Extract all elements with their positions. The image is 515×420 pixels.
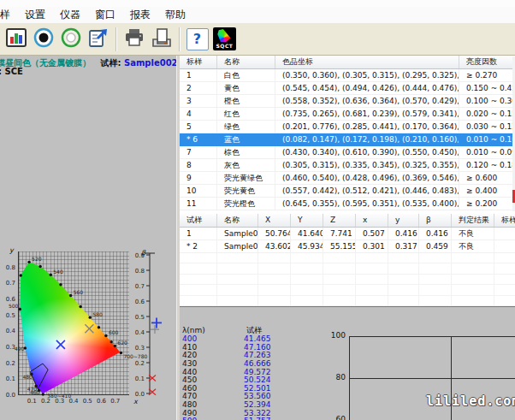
samples-col-header[interactable]: y bbox=[388, 214, 419, 227]
chart-view-button[interactable] bbox=[3, 26, 29, 53]
samples-col-header[interactable]: Y bbox=[291, 214, 323, 227]
help-button[interactable]: ? bbox=[184, 26, 210, 53]
standards-cell: 棕色 bbox=[217, 146, 275, 159]
cie-y-tick: 0.8 bbox=[0, 264, 15, 271]
locus-dot bbox=[104, 334, 107, 337]
beta-tick-label: 0.4 bbox=[135, 329, 145, 336]
menu-item-1[interactable]: 设置 bbox=[19, 7, 51, 23]
samples-col-header[interactable]: β bbox=[419, 214, 452, 227]
cie-y-tick: 0.4 bbox=[0, 328, 15, 334]
standards-row[interactable]: 2黄色(0.545, 0.454), (0.494, 0.426), (0.44… bbox=[180, 82, 515, 95]
reflectance-value: 52.394 bbox=[244, 400, 271, 409]
samples-empty-cell bbox=[452, 275, 494, 285]
sample-label: 试样: bbox=[100, 58, 121, 68]
samples-empty-row bbox=[180, 253, 515, 263]
samples-empty-cell bbox=[291, 296, 323, 306]
samples-empty-cell bbox=[388, 285, 419, 295]
samples-empty-cell bbox=[258, 285, 291, 295]
standards-cell: 0.150 ~ 0.450 bbox=[459, 82, 515, 95]
beta-tick-label: 0.2 bbox=[135, 360, 145, 367]
menu-item-4[interactable]: 报表 bbox=[124, 7, 157, 23]
samples-col-header[interactable]: Z bbox=[323, 214, 356, 227]
cie-x-tick: 0.6 bbox=[95, 398, 109, 405]
locus-dot bbox=[38, 265, 41, 268]
measurement-mode: : SCE bbox=[0, 67, 23, 76]
standards-cell: ≥ 0.200 bbox=[459, 198, 515, 210]
samples-col-header[interactable]: 名称 bbox=[217, 214, 258, 227]
locus-wavelength-label: 500 bbox=[9, 303, 19, 309]
standards-row[interactable]: 5绿色(0.201, 0.776), (0.285, 0.441), (0.17… bbox=[180, 121, 515, 133]
samples-empty-row bbox=[180, 285, 515, 295]
measure-sample-button[interactable] bbox=[57, 26, 84, 53]
standards-row[interactable]: * 6蓝色(0.082, 0.147), (0.172, 0.198), (0.… bbox=[180, 133, 515, 146]
cie-y-tick: 0.7 bbox=[0, 280, 15, 287]
reflectance-value: 46.666 bbox=[244, 359, 271, 368]
standards-cell: 橙色 bbox=[217, 95, 275, 108]
samples-col-header[interactable]: X bbox=[258, 214, 291, 227]
samples-col-header[interactable]: 试样 bbox=[180, 214, 217, 227]
standards-col-header[interactable]: 亮度因数 bbox=[459, 56, 515, 68]
samples-empty-cell bbox=[452, 263, 494, 274]
samples-col-header[interactable]: x bbox=[356, 214, 388, 227]
standards-cell: 0.010 ~ 0.090 bbox=[459, 146, 515, 159]
cie-x-tick: 0.5 bbox=[80, 398, 94, 405]
menu-item-2[interactable]: 仪器 bbox=[54, 7, 86, 23]
standards-row[interactable]: 1白色(0.350, 0.360), (0.305, 0.315), (0.29… bbox=[180, 69, 515, 82]
standards-row[interactable]: 3橙色(0.558, 0.352), (0.636, 0.364), (0.57… bbox=[180, 95, 515, 108]
standards-cell: ≥ 0.270 bbox=[459, 69, 515, 82]
standards-cell: 荧光黄色 bbox=[217, 185, 275, 198]
standards-col-header[interactable]: 标样 bbox=[180, 56, 217, 68]
samples-cell: 0.301 bbox=[356, 240, 388, 253]
measure-standard-button[interactable] bbox=[30, 26, 56, 53]
samples-empty-cell bbox=[217, 285, 258, 295]
samples-empty-cell bbox=[388, 253, 419, 263]
samples-empty-cell bbox=[419, 253, 452, 263]
standards-cell: (0.645, 0.355), (0.595, 0.351), (0.535, … bbox=[275, 198, 459, 210]
standards-row[interactable]: 11荧光橙色(0.645, 0.355), (0.595, 0.351), (0… bbox=[180, 198, 515, 210]
target-dot-icon bbox=[33, 27, 55, 52]
standards-cell: (0.460, 0.540), (0.428, 0.496), (0.369, … bbox=[275, 172, 459, 185]
sample-x-marker bbox=[85, 324, 93, 333]
sqct-button[interactable]: SQCT bbox=[211, 26, 238, 53]
locus-wavelength-label: 580 bbox=[92, 311, 103, 317]
standards-row[interactable]: 8灰色(0.305, 0.315), (0.335, 0.345), (0.32… bbox=[180, 159, 515, 172]
standards-table-header: 标样名称色品坐标亮度因数 bbox=[180, 56, 515, 69]
standards-row[interactable]: 9荧光黄绿色(0.460, 0.540), (0.428, 0.496), (0… bbox=[180, 172, 515, 185]
standards-cell: ≥ 0.400 bbox=[459, 185, 515, 198]
standards-cell: (0.735, 0.265), (0.681, 0.239), (0.579, … bbox=[275, 108, 459, 121]
standards-cell: 4 bbox=[180, 108, 217, 121]
samples-cell: 45.934 bbox=[291, 240, 323, 253]
standards-col-header[interactable]: 名称 bbox=[217, 56, 275, 68]
print-button[interactable] bbox=[121, 26, 147, 53]
samples-empty-cell bbox=[388, 263, 419, 274]
samples-empty-cell bbox=[452, 296, 494, 306]
samples-cell: 0.507 bbox=[356, 228, 388, 240]
cie-y-tick: 0.6 bbox=[0, 296, 15, 303]
standards-row[interactable]: 4红色(0.735, 0.265), (0.681, 0.239), (0.57… bbox=[180, 108, 515, 121]
main-area: 膜昼间色（无金属镀膜） 试样: Sample002 : SCE y x 380~… bbox=[0, 56, 515, 420]
chart-ytick-100: 100 bbox=[327, 331, 346, 340]
samples-col-header[interactable]: 判定结果 bbox=[452, 214, 494, 227]
samples-row[interactable]: 1Sample00150.76441.6407.7410.5070.4160.4… bbox=[180, 228, 515, 240]
samples-empty-cell bbox=[323, 285, 356, 295]
standards-row[interactable]: 7棕色(0.430, 0.340), (0.610, 0.390), (0.55… bbox=[180, 146, 515, 159]
samples-empty-row bbox=[180, 275, 515, 285]
menu-item-3[interactable]: 窗口 bbox=[89, 7, 121, 23]
samples-cell: 0.416 bbox=[388, 228, 419, 240]
menu-item-5[interactable]: 帮助 bbox=[159, 7, 192, 23]
samples-col-header[interactable]: 标样 bbox=[494, 214, 515, 227]
reflectance-value: 47.263 bbox=[244, 351, 271, 359]
cie-x-tick: 0.2 bbox=[39, 398, 53, 405]
samples-row[interactable]: * 2Sample00243.60245.93455.1550.3010.317… bbox=[180, 240, 515, 253]
standards-row[interactable]: 10荧光黄色(0.557, 0.442), (0.512, 0.421), (0… bbox=[180, 185, 515, 198]
samples-empty-cell bbox=[323, 253, 356, 263]
standards-col-header[interactable]: 色品坐标 bbox=[275, 56, 459, 68]
export-report-button[interactable] bbox=[85, 26, 111, 53]
menu-item-0[interactable]: 样 bbox=[0, 7, 16, 23]
standards-cell: 8 bbox=[180, 159, 217, 172]
samples-empty-cell bbox=[291, 263, 323, 274]
beta-tick-label: 0.1 bbox=[135, 376, 145, 382]
print-preview-button[interactable] bbox=[148, 26, 175, 53]
toolbar-separator bbox=[115, 27, 117, 51]
samples-cell: Sample001 bbox=[217, 228, 258, 240]
